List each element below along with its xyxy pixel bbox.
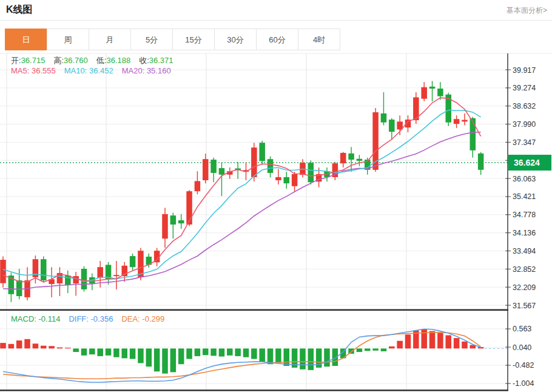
candle-down (284, 177, 290, 183)
price-tick-label: 33.494 (513, 247, 536, 255)
macd-bar-negative (178, 348, 184, 364)
price-tick-label: 39.917 (513, 66, 536, 75)
macd-bar-negative (106, 348, 112, 355)
macd-bar-positive (462, 342, 468, 348)
y-axis-labels: 39.91739.27438.63237.99037.34736.70536.0… (505, 66, 536, 388)
candle-down (308, 163, 314, 182)
macd-bar-negative (365, 348, 371, 351)
candle-down (478, 154, 484, 170)
macd-tick-label: -0.482 (513, 361, 534, 370)
candle-down (348, 154, 354, 160)
macd-bar-positive (405, 334, 411, 348)
candle-up (275, 177, 281, 180)
candle-down (41, 259, 47, 280)
price-tick-label: 31.567 (513, 302, 536, 310)
price-tick-label: 32.209 (513, 283, 536, 292)
macd-bar-negative (308, 348, 314, 370)
ma20-line (3, 132, 481, 289)
candle-down (381, 113, 387, 123)
tab-30min[interactable]: 30分 (214, 29, 257, 50)
macd-bar-negative (154, 348, 160, 371)
tab-15min[interactable]: 15分 (172, 29, 215, 50)
macd-bar-negative (243, 348, 249, 357)
tab-4hour[interactable]: 4时 (298, 29, 340, 50)
kline-chart[interactable]: 39.91739.27438.63237.99037.34736.70536.0… (0, 0, 552, 392)
candle-down (470, 118, 476, 150)
current-price-badge-text: 36.624 (514, 158, 540, 167)
macd-bar-negative (170, 348, 177, 372)
candle-up (97, 267, 103, 278)
price-panel[interactable] (0, 53, 552, 309)
macd-bar-positive (397, 341, 403, 349)
macd-bar-positive (446, 335, 452, 348)
candle-down (268, 159, 274, 173)
macd-bar-positive (8, 344, 15, 348)
macd-bar-positive (49, 346, 55, 348)
macd-bar-negative (130, 348, 136, 359)
macd-bar-negative (381, 348, 387, 351)
macd-panel[interactable] (0, 313, 508, 390)
candle-down (178, 220, 184, 223)
candle-down (16, 280, 22, 296)
candle-up (113, 275, 119, 276)
price-tick-label: 36.063 (513, 175, 536, 183)
macd-bar-negative (259, 348, 265, 362)
price-tick-label: 37.347 (513, 138, 536, 147)
tab-daily[interactable]: 日 (5, 29, 47, 50)
candle-down (259, 143, 265, 161)
candle-up (292, 174, 298, 186)
macd-bar-positive (57, 348, 63, 349)
candle-down (389, 120, 395, 132)
candle-down (429, 87, 436, 89)
macd-bar-negative (235, 348, 241, 356)
ma10-line (3, 110, 481, 281)
macd-bar-positive (16, 340, 22, 348)
macd-bar-negative (186, 348, 192, 359)
macd-bar-negative (97, 348, 103, 356)
tab-60min[interactable]: 60分 (256, 29, 298, 50)
tab-5min[interactable]: 5分 (130, 29, 173, 50)
candle-down (130, 256, 136, 267)
candle-down (437, 89, 443, 96)
candle-down (210, 160, 217, 173)
candle-down (81, 269, 87, 289)
candle-up (73, 276, 78, 283)
candle-down (357, 159, 363, 161)
candle-up (421, 87, 427, 99)
tab-weekly[interactable]: 周 (47, 29, 89, 50)
candle-up (0, 260, 6, 283)
macd-bar-negative (81, 348, 87, 355)
price-tick-label: 34.778 (513, 211, 536, 219)
macd-tick-label: -1.004 (513, 379, 534, 388)
tab-monthly[interactable]: 月 (89, 29, 131, 50)
macd-bar-negative (203, 348, 209, 355)
macd-bar-negative (372, 348, 379, 350)
macd-bar-negative (89, 348, 95, 354)
macd-bar-positive (33, 343, 39, 348)
macd-bar-negative (268, 348, 274, 364)
price-tick-label: 34.136 (513, 229, 536, 237)
bottom-axis (0, 390, 508, 391)
price-tick-label: 32.852 (513, 265, 536, 274)
candle-up (251, 147, 257, 177)
macd-bar-negative (73, 348, 78, 352)
macd-tick-label: 0.040 (513, 343, 531, 352)
macd-bar-negative (195, 348, 201, 356)
kline-app: { "header": { "title": "K线图", "link_labe… (0, 0, 552, 392)
candle-up (203, 159, 209, 180)
macd-bar-negative (284, 348, 290, 366)
macd-bar-positive (429, 331, 436, 349)
macd-bar-negative (146, 348, 152, 367)
macd-bar-positive (437, 333, 443, 348)
macd-bar-negative (251, 348, 257, 359)
panel-separator (0, 309, 508, 311)
macd-bar-positive (24, 339, 30, 348)
price-tick-label: 39.274 (513, 84, 536, 92)
macd-bar-negative (300, 348, 306, 369)
macd-bar-positive (421, 329, 427, 349)
candle-up (462, 120, 468, 122)
macd-tick-label: 0.563 (513, 325, 531, 333)
macd-bar-negative (227, 348, 233, 355)
candle-up (162, 214, 168, 238)
macd-bar-negative (357, 348, 363, 352)
